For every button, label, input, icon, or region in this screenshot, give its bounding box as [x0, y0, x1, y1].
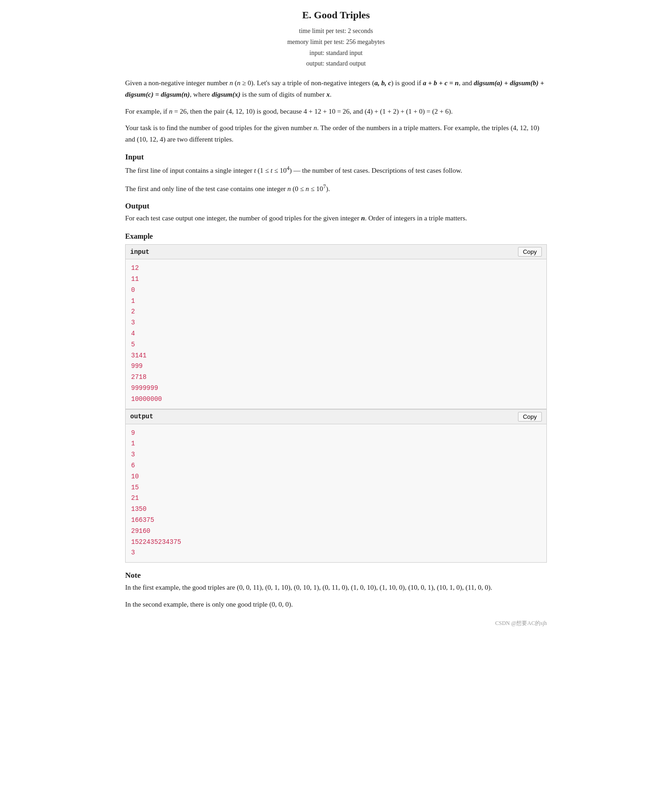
- time-limit: time limit per test: 2 seconds: [125, 26, 547, 37]
- input-block-header: input Copy: [126, 245, 546, 259]
- input-type: input: standard input: [125, 48, 547, 59]
- note-title: Note: [125, 571, 547, 580]
- example-title: Example: [125, 232, 547, 241]
- problem-description-2: For example, if n = 26, then the pair (4…: [125, 106, 547, 117]
- input-copy-button[interactable]: Copy: [518, 247, 542, 257]
- input-block: input Copy 12 11 0 1 2 3 4 5 3141 999 27…: [125, 244, 547, 409]
- output-section-title: Output: [125, 202, 547, 211]
- input-description-1: The first line of input contains a singl…: [125, 164, 547, 176]
- watermark: CSDN @想要AC的sjh: [125, 619, 547, 627]
- problem-description-1: Given a non-negative integer number n (n…: [125, 77, 547, 100]
- output-block-content: 9 1 3 6 10 15 21 1350 166375 29160 15224…: [126, 424, 546, 563]
- note-description-1: In the first example, the good triples a…: [125, 582, 547, 593]
- output-copy-button[interactable]: Copy: [518, 412, 542, 422]
- input-description-2: The first and only line of the test case…: [125, 182, 547, 195]
- output-type: output: standard output: [125, 58, 547, 69]
- input-section-title: Input: [125, 153, 547, 162]
- page-title: E. Good Triples: [125, 9, 547, 21]
- note-description-2: In the second example, there is only one…: [125, 599, 547, 610]
- output-description: For each test case output one integer, t…: [125, 213, 547, 224]
- output-block: output Copy 9 1 3 6 10 15 21 1350 166375…: [125, 409, 547, 563]
- output-block-label: output: [130, 413, 153, 420]
- problem-description-3: Your task is to find the number of good …: [125, 122, 547, 145]
- input-block-label: input: [130, 248, 149, 256]
- output-block-header: output Copy: [126, 410, 546, 424]
- problem-meta: time limit per test: 2 seconds memory li…: [125, 26, 547, 69]
- input-block-content: 12 11 0 1 2 3 4 5 3141 999 2718 9999999 …: [126, 259, 546, 408]
- memory-limit: memory limit per test: 256 megabytes: [125, 37, 547, 48]
